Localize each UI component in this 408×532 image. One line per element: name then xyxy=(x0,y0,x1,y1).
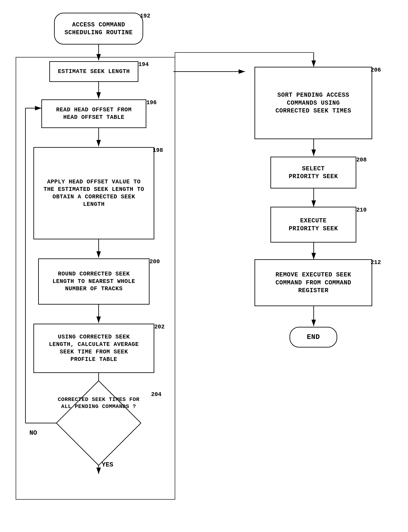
node-210: EXECUTE PRIORITY SEEK xyxy=(270,207,356,243)
flowchart-diagram: ACCESS COMMAND SCHEDULING ROUTINE 192 ES… xyxy=(0,0,408,532)
node-200: ROUND CORRECTED SEEK LENGTH TO NEAREST W… xyxy=(38,258,150,304)
node-208: SELECT PRIORITY SEEK xyxy=(270,157,356,188)
no-label: NO xyxy=(29,430,37,437)
label-206: 206 xyxy=(371,67,381,73)
label-200: 200 xyxy=(150,258,160,265)
node-204: CORRECTED SEEK TIMES FOR ALL PENDING COM… xyxy=(38,388,159,458)
node-196: READ HEAD OFFSET FROM HEAD OFFSET TABLE xyxy=(41,99,146,128)
yes-label: YES xyxy=(102,461,113,468)
node-194: ESTIMATE SEEK LENGTH xyxy=(49,61,138,82)
label-194: 194 xyxy=(138,61,149,68)
label-202: 202 xyxy=(154,324,165,330)
end-node: END xyxy=(289,327,337,347)
label-196: 196 xyxy=(146,99,157,106)
label-204: 204 xyxy=(151,391,162,398)
start-node: ACCESS COMMAND SCHEDULING ROUTINE xyxy=(54,13,143,44)
node-198: APPLY HEAD OFFSET VALUE TO THE ESTIMATED… xyxy=(34,147,154,239)
label-208: 208 xyxy=(356,157,367,163)
label-198: 198 xyxy=(153,147,163,154)
label-210: 210 xyxy=(356,207,367,213)
node-202: USING CORRECTED SEEK LENGTH, CALCULATE A… xyxy=(34,324,154,373)
node-206: SORT PENDING ACCESS COMMANDS USING CORRE… xyxy=(255,67,372,139)
label-212: 212 xyxy=(371,259,381,266)
label-192: 192 xyxy=(140,13,150,19)
node-212: REMOVE EXECUTED SEEK COMMAND FROM COMMAN… xyxy=(255,259,372,306)
